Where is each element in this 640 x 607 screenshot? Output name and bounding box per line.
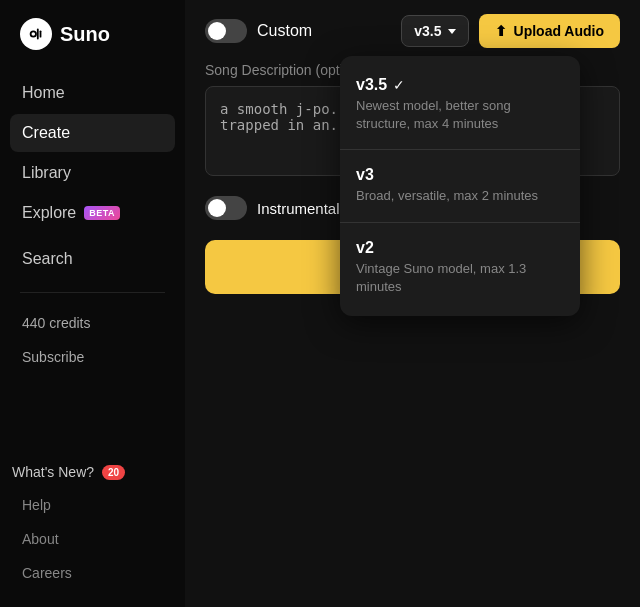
v35-header: v3.5 ✓ bbox=[356, 76, 564, 94]
logo-area: Suno bbox=[0, 18, 185, 74]
v35-desc: Newest model, better song structure, max… bbox=[356, 97, 564, 133]
right-controls: v3.5 ⬆ Upload Audio bbox=[401, 14, 620, 48]
dropdown-item-v35[interactable]: v3.5 ✓ Newest model, better song structu… bbox=[340, 64, 580, 145]
logo-icon bbox=[20, 18, 52, 50]
top-bar: Custom v3.5 ⬆ Upload Audio bbox=[185, 0, 640, 62]
create-label: Create bbox=[22, 124, 70, 142]
dropdown-item-v2[interactable]: v2 Vintage Suno model, max 1.3 minutes bbox=[340, 227, 580, 308]
sidebar: Suno Home Create Library Explore BETA Se… bbox=[0, 0, 185, 607]
explore-label: Explore bbox=[22, 204, 76, 222]
instrumental-toggle[interactable] bbox=[205, 196, 247, 220]
nav-items: Home Create Library Explore BETA bbox=[0, 74, 185, 232]
v2-desc: Vintage Suno model, max 1.3 minutes bbox=[356, 260, 564, 296]
credits-text: 440 credits bbox=[10, 307, 175, 339]
svg-point-1 bbox=[32, 32, 36, 36]
custom-toggle-area: Custom bbox=[205, 19, 312, 43]
custom-label: Custom bbox=[257, 22, 312, 40]
version-dropdown: v3.5 ✓ Newest model, better song structu… bbox=[340, 56, 580, 316]
v2-label: v2 bbox=[356, 239, 374, 257]
v2-header: v2 bbox=[356, 239, 564, 257]
new-badge: 20 bbox=[102, 465, 125, 480]
main-panel: Custom v3.5 ⬆ Upload Audio Song Descript… bbox=[185, 0, 640, 607]
home-label: Home bbox=[22, 84, 65, 102]
beta-badge: BETA bbox=[84, 206, 120, 220]
instrumental-label: Instrumental bbox=[257, 200, 340, 217]
svg-rect-2 bbox=[37, 29, 39, 40]
whats-new-item[interactable]: What's New? 20 bbox=[0, 455, 185, 489]
v3-label: v3 bbox=[356, 166, 374, 184]
bottom-links: Help About Careers bbox=[0, 489, 185, 589]
help-link[interactable]: Help bbox=[10, 489, 175, 521]
upload-label: Upload Audio bbox=[514, 23, 604, 39]
sidebar-item-library[interactable]: Library bbox=[10, 154, 175, 192]
version-label: v3.5 bbox=[414, 23, 441, 39]
dropdown-divider-2 bbox=[340, 222, 580, 223]
custom-toggle[interactable] bbox=[205, 19, 247, 43]
whats-new-label: What's New? bbox=[12, 464, 94, 480]
library-label: Library bbox=[22, 164, 71, 182]
v3-header: v3 bbox=[356, 166, 564, 184]
sidebar-item-home[interactable]: Home bbox=[10, 74, 175, 112]
sidebar-bottom: 440 credits Subscribe bbox=[0, 307, 185, 373]
dropdown-divider-1 bbox=[340, 149, 580, 150]
careers-link[interactable]: Careers bbox=[10, 557, 175, 589]
sidebar-item-explore[interactable]: Explore BETA bbox=[10, 194, 175, 232]
check-icon: ✓ bbox=[393, 77, 405, 93]
version-dropdown-button[interactable]: v3.5 bbox=[401, 15, 468, 47]
chevron-down-icon bbox=[448, 29, 456, 34]
search-area: Search bbox=[0, 240, 185, 278]
upload-icon: ⬆ bbox=[495, 23, 507, 39]
toggle-knob bbox=[208, 22, 226, 40]
dropdown-item-v3[interactable]: v3 Broad, versatile, max 2 minutes bbox=[340, 154, 580, 217]
logo-text: Suno bbox=[60, 23, 110, 46]
svg-rect-3 bbox=[40, 30, 42, 37]
sidebar-item-search[interactable]: Search bbox=[10, 240, 175, 278]
sidebar-spacer bbox=[0, 373, 185, 455]
about-link[interactable]: About bbox=[10, 523, 175, 555]
instrumental-knob bbox=[208, 199, 226, 217]
search-label: Search bbox=[22, 250, 73, 268]
subscribe-button[interactable]: Subscribe bbox=[10, 341, 175, 373]
sidebar-divider bbox=[20, 292, 165, 293]
sidebar-item-create[interactable]: Create bbox=[10, 114, 175, 152]
v3-desc: Broad, versatile, max 2 minutes bbox=[356, 187, 564, 205]
upload-audio-button[interactable]: ⬆ Upload Audio bbox=[479, 14, 620, 48]
v35-label: v3.5 bbox=[356, 76, 387, 94]
